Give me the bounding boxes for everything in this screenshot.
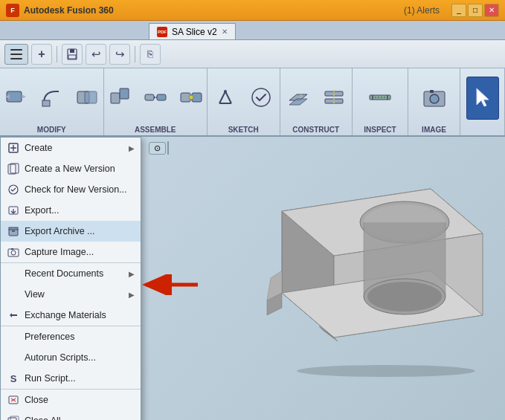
create-sketch-icon <box>213 85 237 109</box>
svg-rect-9 <box>42 100 50 106</box>
svg-rect-2 <box>10 58 22 59</box>
svg-rect-47 <box>10 164 19 173</box>
document-tab[interactable]: PDF SA Slice v2 ✕ <box>149 23 236 39</box>
svg-rect-60 <box>10 416 19 420</box>
ribbon-section-sketch: SKETCH <box>208 68 280 135</box>
save-btn[interactable] <box>62 44 83 65</box>
view-mode-btn[interactable]: ⊙ <box>149 142 166 155</box>
menu-item-recent-docs[interactable]: Recent Documents ▶ <box>1 262 141 284</box>
svg-marker-37 <box>477 88 489 106</box>
preferences-icon <box>7 330 20 343</box>
svg-point-42 <box>367 282 442 311</box>
midplane-btn[interactable] <box>318 77 350 120</box>
assemble-label: ASSEMBLE <box>135 124 176 134</box>
menu-item-run-script[interactable]: S Run Script... <box>1 368 141 389</box>
maximize-btn[interactable]: □ <box>468 4 483 17</box>
window-controls: _ □ ✕ <box>451 4 499 17</box>
capture-image-ribbon-btn[interactable] <box>418 77 451 120</box>
create-arrow: ▶ <box>129 144 135 152</box>
offset-plane-btn[interactable] <box>282 77 315 120</box>
midplane-icon <box>322 85 346 109</box>
run-script-icon: S <box>7 372 20 385</box>
ribbon-section-select: SELECT <box>460 68 505 135</box>
menu-item-close-all[interactable]: Close All <box>1 410 141 420</box>
joint-btn[interactable] <box>139 77 172 120</box>
svg-rect-13 <box>120 88 129 99</box>
recent-docs-icon <box>7 267 20 280</box>
menu-capture-image-label: Capture Image... <box>25 247 135 257</box>
image-tools <box>418 71 451 124</box>
tab-title: SA Slice v2 <box>172 27 217 37</box>
menu-export-label: Export... <box>25 205 135 216</box>
menu-run-script-label: Run Script... <box>25 373 135 384</box>
as-built-joint-icon <box>179 85 203 109</box>
exchange-materials-icon <box>7 308 20 322</box>
select-icon <box>471 85 495 109</box>
fillet-btn[interactable] <box>35 77 68 120</box>
finish-sketch-btn[interactable] <box>245 77 277 120</box>
inspect-label: INSPECT <box>364 124 396 134</box>
select-tool-btn[interactable] <box>466 77 499 120</box>
menu-item-autorun-scripts[interactable]: Autorun Scripts... <box>1 347 141 368</box>
construct-label: CONSTRUCT <box>292 124 339 134</box>
close-btn[interactable]: ✕ <box>484 4 499 17</box>
tab-bar: PDF SA Slice v2 ✕ <box>0 21 505 40</box>
new-component-icon <box>108 85 132 109</box>
menu-item-export[interactable]: Export... <box>1 200 141 221</box>
menu-item-create-new-version[interactable]: Create a New Version <box>1 158 141 179</box>
create-icon <box>7 141 20 155</box>
menu-preferences-label: Preferences <box>25 332 135 342</box>
push-pull-icon <box>4 85 28 109</box>
menu-create-label: Create <box>25 143 124 153</box>
svg-point-38 <box>297 365 475 377</box>
app-title: Autodesk Fusion 360 <box>24 5 404 16</box>
inspect-tools <box>364 71 396 124</box>
share-btn[interactable]: ⎘ <box>140 44 161 65</box>
main-toolbar: + ↩ ↪ ⎘ <box>0 40 505 68</box>
toolbar-sep-1 <box>57 46 57 62</box>
capture-image-ribbon-icon <box>422 85 446 109</box>
push-pull-btn[interactable] <box>0 77 32 120</box>
joint-icon <box>144 85 167 109</box>
close-all-icon <box>7 414 20 420</box>
svg-rect-14 <box>145 94 154 100</box>
measure-btn[interactable] <box>364 77 396 120</box>
ribbon-section-image: IMAGE <box>408 68 460 135</box>
svg-rect-11 <box>85 91 97 103</box>
add-btn[interactable]: + <box>31 44 52 65</box>
menu-export-archive-label: Export Archive ... <box>25 226 135 236</box>
create-sketch-btn[interactable] <box>209 77 242 120</box>
combine-btn[interactable] <box>71 77 103 120</box>
svg-rect-55 <box>11 248 13 250</box>
alerts-indicator[interactable]: (1) Alerts <box>404 5 440 16</box>
menu-item-check-version[interactable]: Check for New Version... <box>1 179 141 200</box>
menu-item-capture-image[interactable]: Capture Image... <box>1 242 141 262</box>
undo-btn[interactable]: ↩ <box>86 44 106 65</box>
modify-tools <box>0 71 103 124</box>
menu-item-exchange-materials[interactable]: Exchange Materials <box>1 305 141 326</box>
ribbon-section-modify: MODIFY <box>0 68 104 135</box>
redo-btn[interactable]: ↪ <box>109 44 130 65</box>
as-built-joint-btn[interactable] <box>175 77 208 120</box>
menu-check-version-label: Check for New Version... <box>25 184 135 195</box>
new-component-btn[interactable] <box>103 77 136 120</box>
menu-item-close[interactable]: Close <box>1 389 141 410</box>
svg-rect-51 <box>9 227 18 230</box>
menu-exchange-label: Exchange Materials <box>25 310 135 320</box>
svg-rect-5 <box>68 55 76 59</box>
menu-item-view[interactable]: View ▶ <box>1 284 141 305</box>
menu-item-preferences[interactable]: Preferences <box>1 326 141 347</box>
tab-close-btn[interactable]: ✕ <box>222 28 228 36</box>
menu-item-create[interactable]: Create ▶ <box>1 138 141 158</box>
svg-rect-15 <box>157 94 166 100</box>
svg-rect-12 <box>111 93 120 103</box>
minimize-btn[interactable]: _ <box>451 4 466 17</box>
hamburger-menu-btn[interactable] <box>4 44 28 65</box>
menu-item-export-archive[interactable]: Export Archive ... <box>1 221 141 242</box>
close-menu-icon <box>7 393 20 407</box>
svg-point-54 <box>11 251 16 255</box>
svg-rect-1 <box>10 54 22 55</box>
content-area: ⊙ <box>0 137 505 420</box>
app-icon: F <box>6 4 19 17</box>
recent-docs-arrow: ▶ <box>129 270 135 278</box>
